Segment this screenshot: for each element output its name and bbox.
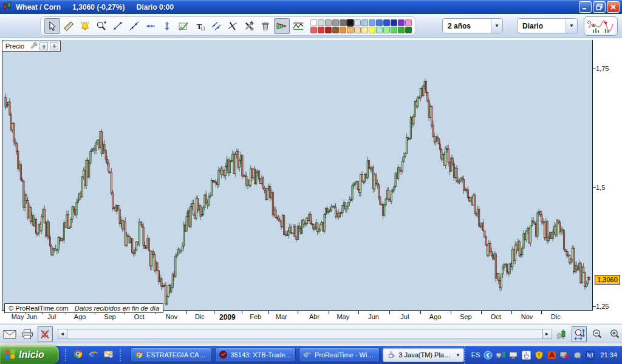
palette-color-swatch[interactable] xyxy=(398,19,405,26)
taskbar-button-prorealtime[interactable]: e ProRealTime - Win... xyxy=(299,348,380,362)
price-plot[interactable]: © ProRealTime.com Datos recibidos en fin… xyxy=(2,40,593,311)
annotation-tool-icon[interactable] xyxy=(176,18,191,34)
x-axis-tick xyxy=(481,311,482,314)
palette-color-swatch[interactable] xyxy=(391,19,397,26)
chart-bottom-toolbar: ◄ ► xyxy=(0,324,622,343)
minimize-button[interactable] xyxy=(579,1,592,13)
chart-settings-icon[interactable] xyxy=(555,326,570,342)
pattern-tool-icon[interactable] xyxy=(274,18,290,34)
zoom-in-icon[interactable] xyxy=(607,326,622,342)
palette-color-swatch[interactable] xyxy=(318,19,324,26)
display-error-icon[interactable] xyxy=(559,350,569,360)
language-indicator[interactable]: ES xyxy=(471,351,480,359)
x-axis-tick xyxy=(214,311,214,314)
x-axis-label: Oct xyxy=(482,313,509,320)
taskbar-button-label: ESTRATEGIA CAS... xyxy=(146,351,208,359)
x-axis-label: Jul xyxy=(391,313,418,320)
palette-color-swatch[interactable] xyxy=(391,27,397,33)
scrollbar-track[interactable] xyxy=(67,329,542,339)
palette-color-swatch[interactable] xyxy=(361,19,368,26)
text-tool-icon[interactable]: T xyxy=(192,18,208,34)
vertical-line-tool-icon[interactable] xyxy=(159,18,175,34)
move-panel-up-button[interactable] xyxy=(39,42,48,50)
trendline-tool-icon[interactable] xyxy=(126,18,142,34)
palette-color-swatch[interactable] xyxy=(369,19,375,26)
display-icon[interactable] xyxy=(508,350,518,360)
remove-line-tool-icon[interactable] xyxy=(225,18,241,34)
palette-color-swatch[interactable] xyxy=(354,19,361,26)
palette-color-swatch[interactable] xyxy=(340,19,346,26)
toolbar-grip[interactable] xyxy=(120,349,121,361)
title-bar[interactable]: Wheat / Corn 1,3060 (-0,27%) Diario 0:00 xyxy=(0,0,622,14)
palette-color-swatch[interactable] xyxy=(369,27,375,33)
palette-color-swatch[interactable] xyxy=(383,27,390,33)
zigzag-tool-icon[interactable] xyxy=(290,18,306,34)
palette-color-swatch[interactable] xyxy=(405,19,412,26)
zoom-out-icon[interactable] xyxy=(589,326,604,342)
palette-color-swatch[interactable] xyxy=(361,27,368,33)
scroll-right-arrow[interactable]: ► xyxy=(542,329,552,339)
app-icon[interactable] xyxy=(585,350,595,360)
alarm-tool-icon[interactable] xyxy=(77,18,93,34)
palette-color-swatch[interactable] xyxy=(347,27,354,33)
x-axis-label: Dic xyxy=(542,313,569,320)
x-axis-label: Feb xyxy=(242,313,269,320)
delete-drawings-tool-icon[interactable] xyxy=(258,18,273,34)
x-axis-tick xyxy=(329,311,329,314)
palette-color-swatch[interactable] xyxy=(310,19,317,26)
parallel-channel-tool-icon[interactable] xyxy=(208,18,224,34)
palette-color-swatch[interactable] xyxy=(383,19,390,26)
range-select[interactable]: 2 años ▼ xyxy=(442,18,503,33)
windows-logo-icon xyxy=(5,348,16,362)
toolbar-grip[interactable] xyxy=(65,349,67,361)
palette-color-swatch[interactable] xyxy=(325,27,332,33)
alarms-disabled-icon[interactable] xyxy=(38,326,53,342)
chart-style-button[interactable] xyxy=(584,16,618,36)
chrome-icon[interactable] xyxy=(73,349,83,362)
palette-color-swatch[interactable] xyxy=(310,27,317,33)
palette-color-swatch[interactable] xyxy=(340,27,346,33)
close-button[interactable] xyxy=(607,1,620,13)
zoom-area-tool-icon[interactable] xyxy=(94,18,109,34)
palette-color-swatch[interactable] xyxy=(398,27,405,33)
taskbar-button-java-group[interactable]: 3 Java(TM) Platf... ▼ xyxy=(383,348,463,362)
palette-color-swatch[interactable] xyxy=(376,27,383,33)
palette-color-swatch[interactable] xyxy=(354,27,361,33)
horizontal-scrollbar[interactable]: ◄ ► xyxy=(58,329,552,339)
palette-color-swatch[interactable] xyxy=(332,19,339,26)
taskbar-clock[interactable]: 21:34 xyxy=(600,351,617,359)
palette-color-swatch[interactable] xyxy=(376,19,383,26)
start-button[interactable]: Inicio xyxy=(0,346,59,364)
network-activity-icon[interactable] xyxy=(496,350,505,360)
hide-icons-chevron[interactable] xyxy=(483,350,493,360)
horizontal-line-tool-icon[interactable] xyxy=(143,18,159,34)
scroll-left-arrow[interactable]: ◄ xyxy=(58,329,67,339)
candlestick-chart[interactable] xyxy=(2,40,592,311)
mail-icon[interactable] xyxy=(103,349,114,362)
chevron-down-icon[interactable]: ▼ xyxy=(456,352,460,358)
messenger-icon[interactable] xyxy=(572,350,582,360)
wrench-icon[interactable] xyxy=(30,41,38,52)
security-shield-icon[interactable] xyxy=(534,350,544,360)
palette-color-swatch[interactable] xyxy=(325,19,332,26)
send-email-icon[interactable] xyxy=(2,326,18,342)
ruler-tool-icon[interactable] xyxy=(61,18,77,34)
antivirus-icon[interactable] xyxy=(547,350,556,360)
palette-color-swatch[interactable] xyxy=(318,27,324,33)
taskbar-button-estrategia[interactable]: ESTRATEGIA CAS... xyxy=(131,348,211,362)
palette-color-swatch[interactable] xyxy=(347,19,354,26)
segment-tool-icon[interactable] xyxy=(110,18,126,34)
zoom-mode-icon[interactable] xyxy=(572,326,587,342)
move-panel-down-button[interactable] xyxy=(50,42,58,50)
print-icon[interactable] xyxy=(20,326,35,342)
pointer-tool-icon[interactable] xyxy=(44,18,60,34)
ie-icon[interactable]: e xyxy=(88,349,98,362)
settings-tool-icon[interactable] xyxy=(241,18,257,34)
palette-color-swatch[interactable] xyxy=(332,27,339,33)
restore-button[interactable] xyxy=(593,1,606,13)
taskbar-button-xtb[interactable]: 35143: XTB-Trade... xyxy=(215,348,296,362)
palette-color-swatch[interactable] xyxy=(405,27,412,33)
java-tray-icon[interactable] xyxy=(521,350,531,360)
app-candlestick-icon xyxy=(2,1,12,13)
timeframe-select[interactable]: Diario ▼ xyxy=(517,18,578,33)
